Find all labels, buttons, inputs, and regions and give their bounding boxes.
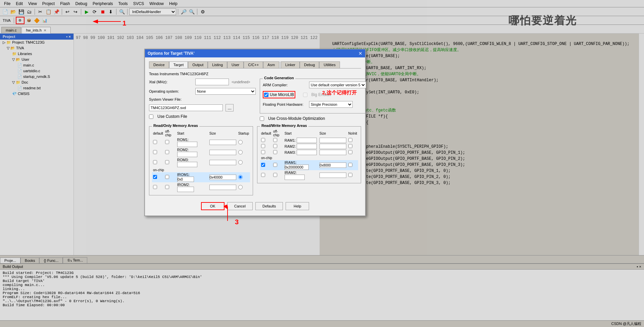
dialog-tab-debug[interactable]: Debug [300,61,319,68]
dialog-tab-target[interactable]: Target [169,61,188,68]
ram3-default-cb[interactable] [261,150,265,154]
tree-tiva[interactable]: ▽ 📂 TIVA [0,45,73,51]
save-all-btn[interactable]: 🗂 [26,8,33,15]
undo-btn[interactable]: ↩ [64,8,71,15]
ram2-default-cb[interactable] [261,144,265,148]
rom1-start-input[interactable] [177,142,197,147]
tab-main-c[interactable]: main.c [1,27,21,33]
arm-compiler-select[interactable]: Use default compiler version 5 [309,82,366,88]
ram3-offchip-cb[interactable] [273,150,277,154]
menu-debug[interactable]: Debug [73,1,90,7]
fp-hardware-select[interactable]: Single Precision [309,101,353,108]
redo-btn[interactable]: ↪ [72,8,79,15]
cancel-button[interactable]: Cancel [227,202,253,210]
microlib-checkbox[interactable] [264,93,268,97]
pack-installer-btn[interactable]: 🔶 [33,17,41,24]
irom2-startup-radio[interactable] [238,185,243,189]
ram2-noinit-cb[interactable] [348,144,352,148]
rom1-size-input[interactable] [209,140,236,145]
ram3-start-input[interactable] [297,150,317,155]
menu-window[interactable]: Window [147,1,166,7]
tree-libraries[interactable]: 📁 Libraries [0,51,73,57]
cut-btn[interactable]: ✂ [37,8,44,15]
stop-btn[interactable]: ⏹ [99,8,106,15]
help-button[interactable]: Help [286,202,309,210]
defaults-button[interactable]: Defaults [255,202,283,210]
dialog-close-btn[interactable]: ✕ [358,51,362,56]
iram2-default-cb[interactable] [261,173,265,177]
irom1-default-cb[interactable] [153,175,157,179]
rom1-default-cb[interactable] [153,140,157,144]
iram2-offchip-cb[interactable] [273,173,277,177]
ram2-size-input[interactable] [319,144,346,149]
irom1-startup-radio[interactable] [238,175,243,179]
menu-project[interactable]: Project [40,1,57,7]
irom2-default-cb[interactable] [153,185,157,189]
ram1-start-input[interactable] [297,138,317,143]
ram2-start-input[interactable] [297,144,317,149]
dialog-tab-utilities[interactable]: Utilities [319,61,340,68]
big-endian-checkbox[interactable] [303,93,307,97]
iram1-start-input[interactable] [285,165,309,170]
tree-user[interactable]: ▽ 📂 User [0,57,73,62]
tree-readme[interactable]: 📄 readme.txt [0,85,73,91]
rebuild-btn[interactable]: ⟳ [91,8,98,15]
xtal-input[interactable] [195,79,229,85]
rom3-default-cb[interactable] [153,160,157,164]
rom2-startup-radio[interactable] [238,150,243,154]
irom1-offchip-cb[interactable] [165,175,169,179]
target-select[interactable]: IntDefaultHandler [129,8,176,15]
iram1-offchip-cb[interactable] [273,163,277,167]
zoom-btn[interactable]: 🔍 [188,8,195,15]
irom2-size-input[interactable] [209,185,236,190]
dialog-tab-linker[interactable]: Linker [281,61,300,68]
tab-hw-ints-h[interactable]: hw_ints.h ✕ [21,27,50,34]
irom1-size-input[interactable] [209,175,236,180]
copy-btn[interactable]: 📋 [45,8,52,15]
ram3-noinit-cb[interactable] [348,150,352,154]
build-output-content[interactable]: Build started: Project: TM4C123G *** Usi… [0,270,644,318]
tab-close-icon[interactable]: ✕ [44,29,46,32]
dialog-tab-cpp[interactable]: C/C++ [244,61,263,68]
cross-module-checkbox[interactable] [260,116,264,121]
options-target-btn[interactable]: ⚙ [16,17,24,24]
settings-btn[interactable]: ⚙ [199,8,206,15]
tree-main-c[interactable]: 📄 main.c [0,62,73,68]
menu-file[interactable]: File [1,1,13,7]
dialog-tab-device[interactable]: Device [149,61,169,68]
bottom-tab-func[interactable]: {} Func... [39,258,63,263]
rom2-default-cb[interactable] [153,150,157,154]
dialog-tab-listing[interactable]: Listing [208,61,227,68]
menu-svcs[interactable]: SVCS [131,1,147,7]
download-btn[interactable]: ⬇ [107,8,114,15]
iram1-default-cb[interactable] [261,163,265,167]
new-file-btn[interactable]: 📄 [1,8,9,15]
iram2-size-input[interactable] [319,173,346,178]
rom2-start-input[interactable] [177,152,197,157]
tree-doc[interactable]: ▽ 📁 Doc [0,80,73,85]
rom1-offchip-cb[interactable] [165,140,169,144]
os-select[interactable]: None [195,88,256,95]
bottom-tab-tem[interactable]: ①₁ Tem... [63,257,87,263]
find-btn[interactable]: 🔎 [180,8,187,15]
ram1-noinit-cb[interactable] [348,138,352,142]
rom3-startup-radio[interactable] [238,160,243,165]
ram1-size-input[interactable] [319,138,346,143]
menu-edit[interactable]: Edit [13,1,26,7]
bottom-tab-project[interactable]: Proje... [0,258,20,263]
open-btn[interactable]: 📂 [9,8,17,15]
save-btn[interactable]: 💾 [17,8,25,15]
iram1-noinit-cb[interactable] [348,163,352,167]
ram1-offchip-cb[interactable] [273,138,277,142]
bottom-tab-books[interactable]: Books [20,258,40,263]
rom3-start-input[interactable] [177,162,197,167]
event-recorder-btn[interactable]: 📊 [41,17,49,24]
rom3-offchip-cb[interactable] [165,160,169,164]
iram2-start-input[interactable] [285,175,305,180]
ram3-size-input[interactable] [319,150,346,155]
dialog-tab-user[interactable]: User [227,61,244,68]
vertical-scrollbar[interactable] [639,34,644,255]
menu-peripherals[interactable]: Peripherals [90,1,116,7]
viewer-browse-btn[interactable]: ... [226,104,234,111]
debug-btn[interactable]: 🔍 [118,8,126,15]
